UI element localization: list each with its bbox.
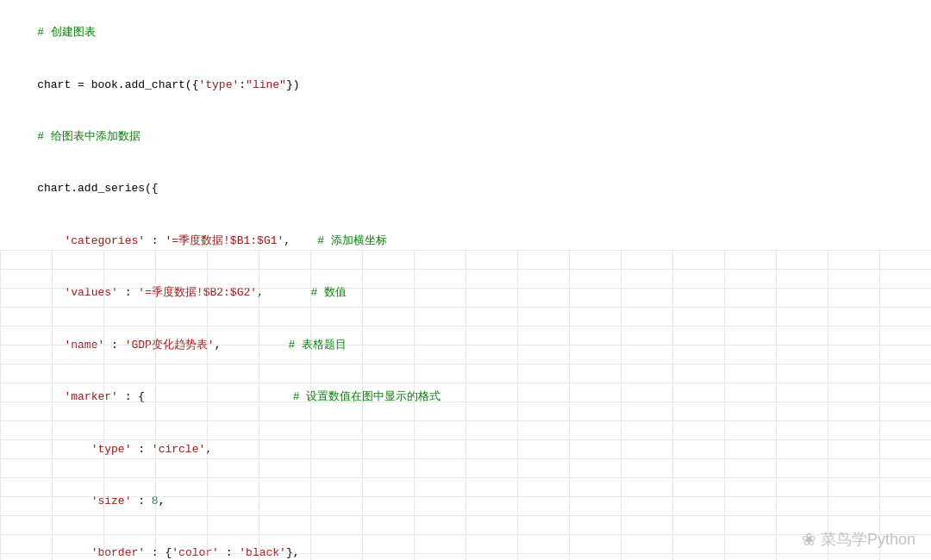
code-line-comment1: # 创建图表 [10, 7, 921, 59]
code-line-2: chart.add_series({ [10, 163, 921, 215]
spreadsheet-grid [0, 250, 931, 560]
code-line-comment2: # 给图表中添加数据 [10, 111, 921, 163]
code-line-1: chart = book.add_chart({'type':"line"}) [10, 59, 921, 110]
watermark-text: 菜鸟学Python [821, 529, 915, 550]
watermark: ❀ 菜鸟学Python [802, 529, 915, 550]
watermark-icon: ❀ [802, 529, 816, 550]
